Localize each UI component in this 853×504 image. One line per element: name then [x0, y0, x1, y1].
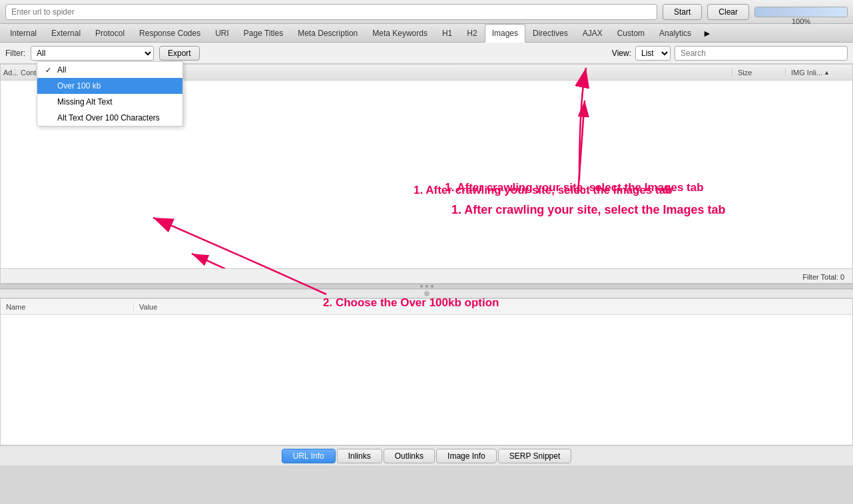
bottom-table-header: Name Value [1, 299, 852, 315]
scroll-thumb [424, 291, 429, 296]
search-input[interactable] [675, 46, 848, 61]
tab-uri[interactable]: URI [208, 24, 236, 42]
url-input[interactable] [5, 4, 657, 20]
svg-text:1. After crawling your site, s: 1. After crawling your site, select the … [451, 203, 725, 216]
bottom-tab-url-info[interactable]: URL Info [282, 449, 336, 463]
tab-images[interactable]: Images [485, 24, 525, 43]
start-button[interactable]: Start [663, 4, 702, 20]
tab-page-titles[interactable]: Page Titles [236, 24, 290, 42]
bottom-panel: Name Value [0, 298, 853, 445]
tab-meta-keywords[interactable]: Meta Keywords [365, 24, 435, 42]
bottom-tab-serp-snippet[interactable]: SERP Snippet [498, 449, 572, 463]
tab-external[interactable]: External [44, 24, 88, 42]
export-button[interactable]: Export [159, 46, 200, 61]
handle-dot [431, 285, 433, 288]
tab-more-button[interactable]: ► [699, 24, 716, 42]
tab-analytics[interactable]: Analytics [652, 24, 699, 42]
bottom-tab-inlinks[interactable]: Inlinks [337, 449, 382, 463]
dropdown-label-alt-over100: Alt Text Over 100 Characters [57, 113, 160, 123]
progress-wrapper: 100% [754, 7, 848, 17]
view-section: View: List Grid [612, 46, 848, 61]
tab-ajax[interactable]: AJAX [575, 24, 610, 42]
bottom-content [1, 315, 852, 445]
tab-meta-description[interactable]: Meta Description [290, 24, 365, 42]
dropdown-item-over100kb[interactable]: Over 100 kb [37, 78, 182, 94]
col-address-header: Ad... [1, 69, 15, 77]
tab-protocol[interactable]: Protocol [88, 24, 132, 42]
bottom-tab-outlinks[interactable]: Outlinks [384, 449, 435, 463]
scroll-area[interactable] [0, 289, 853, 298]
tab-directives[interactable]: Directives [525, 24, 575, 42]
sort-arrow-icon[interactable]: ▲ [824, 69, 830, 76]
tab-internal[interactable]: Internal [3, 24, 44, 42]
dropdown-item-all[interactable]: ✓ All [37, 62, 182, 78]
handle-dot [420, 285, 423, 288]
view-select[interactable]: List Grid [635, 46, 671, 61]
toolbar: Start Clear 100% [0, 0, 853, 24]
svg-line-5 [192, 254, 332, 268]
view-label: View: [612, 49, 631, 58]
tab-custom[interactable]: Custom [610, 24, 652, 42]
dropdown-label-missing-alt: Missing Alt Text [57, 97, 112, 107]
svg-line-3 [578, 101, 585, 194]
progress-bar [754, 7, 848, 17]
col-img-inline-header: IMG Inli... ▲ [786, 69, 852, 77]
tab-h1[interactable]: H1 [435, 24, 459, 42]
progress-fill [755, 7, 847, 17]
filter-label: Filter: [5, 49, 25, 58]
clear-button[interactable]: Clear [707, 4, 749, 20]
col-img-inline-label: IMG Inli... [791, 69, 822, 77]
resize-handle[interactable] [0, 284, 853, 289]
tab-h2[interactable]: H2 [459, 24, 484, 42]
annotation-step1: 1. After crawling your site, select the … [414, 184, 673, 197]
tab-response-codes[interactable]: Response Codes [132, 24, 208, 42]
progress-label: 100% [754, 17, 848, 25]
bottom-col-value: Value [134, 303, 852, 311]
dropdown-label-all: All [57, 65, 66, 75]
dropdown-item-missing-alt[interactable]: Missing Alt Text [37, 94, 182, 110]
bottom-col-name: Name [1, 303, 134, 311]
dropdown-item-alt-over100[interactable]: Alt Text Over 100 Characters [37, 110, 182, 126]
filter-dropdown: ✓ All Over 100 kb Missing Alt Text Alt T… [37, 61, 183, 126]
filter-total: Filter Total: 0 [1, 268, 852, 284]
filter-total-value: 0 [840, 273, 844, 281]
dropdown-label-over100kb: Over 100 kb [57, 81, 101, 91]
filter-select[interactable]: All Over 100 kb Missing Alt Text Alt Tex… [31, 46, 154, 61]
tab-bar: Internal External Protocol Response Code… [0, 24, 853, 43]
col-size-header: Size [732, 69, 786, 77]
check-icon: ✓ [45, 66, 53, 75]
filter-total-label: Filter Total: [802, 273, 838, 281]
bottom-tab-image-info[interactable]: Image Info [436, 449, 497, 463]
handle-dot [426, 285, 428, 288]
bottom-tab-bar: URL Info Inlinks Outlinks Image Info SER… [0, 445, 853, 465]
